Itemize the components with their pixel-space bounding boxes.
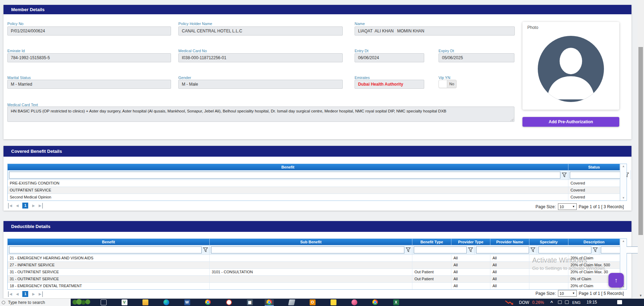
chrome-icon[interactable] bbox=[371, 299, 380, 306]
textarea-resize-grip[interactable] bbox=[511, 118, 514, 121]
column-header-status[interactable]: Status bbox=[568, 164, 620, 170]
excel-icon[interactable]: X bbox=[391, 299, 401, 306]
last-page-button[interactable]: ▶ bbox=[39, 291, 43, 297]
taskbar-search[interactable]: Type here to search bbox=[0, 299, 71, 306]
next-page-button[interactable]: ▶ bbox=[32, 291, 35, 297]
tray-network-icon[interactable] bbox=[565, 300, 569, 304]
clock-time[interactable]: 19:15 bbox=[587, 300, 597, 305]
chrome-active-icon[interactable] bbox=[265, 299, 274, 306]
column-header-sub-benefit[interactable]: Sub Benefit bbox=[210, 239, 412, 245]
outlook-icon[interactable]: O bbox=[308, 299, 317, 306]
covered-benefit-title: Covered Benefit Details bbox=[11, 149, 62, 154]
column-header-provider-name[interactable]: Provider Name bbox=[490, 239, 529, 245]
policy-holder-field[interactable]: CANAL CENTRAL HOTEL L.L.C bbox=[178, 26, 343, 36]
column-header-provider-type[interactable]: Provider Type bbox=[451, 239, 490, 245]
deductible-table-row[interactable]: 27 - INPATIENT SERVICE All All 20% of Cl… bbox=[8, 261, 620, 268]
snipping-tool-icon[interactable] bbox=[287, 299, 296, 306]
prev-page-button[interactable]: ◀ bbox=[16, 203, 19, 209]
scroll-up-icon[interactable]: ▲ bbox=[622, 165, 625, 168]
expiry-dt-field[interactable]: 05/06/2025 bbox=[439, 53, 514, 62]
deductible-table-row[interactable]: 31 - OUTPATIENT SERVICE 3101 - CONSULTAT… bbox=[8, 268, 620, 275]
task-view-icon[interactable] bbox=[99, 299, 108, 306]
benefit-cell: OUTPATIENT SERVICE bbox=[8, 187, 568, 194]
provider-type-filter-funnel-icon[interactable] bbox=[530, 247, 535, 252]
policy-no-field[interactable]: P/01/2024/000624 bbox=[7, 26, 171, 36]
file-explorer-icon[interactable] bbox=[141, 299, 150, 306]
benefit-filter-input[interactable] bbox=[9, 172, 560, 179]
v-app-icon[interactable]: V bbox=[120, 299, 129, 306]
deductible-table-row[interactable]: 21 - EMERGENCY HEARING AND VISION AIDS A… bbox=[8, 254, 620, 261]
last-page-button[interactable]: ▶ bbox=[39, 203, 43, 209]
provider-name-cell: All bbox=[490, 255, 529, 261]
first-page-button[interactable]: ◀ bbox=[8, 291, 12, 297]
current-page-button[interactable]: 1 bbox=[22, 291, 28, 297]
provider-name-filter-input[interactable] bbox=[538, 246, 591, 253]
add-pre-authorization-button[interactable]: Add Pre-Authorization bbox=[522, 117, 619, 127]
scroll-down-icon[interactable]: ▼ bbox=[639, 294, 642, 297]
deductible-table-row[interactable]: 31 - OUTPATIENT SERVICE Out Patient All … bbox=[8, 275, 620, 282]
marital-status-field[interactable]: M - Married bbox=[7, 80, 171, 89]
benefit-type-filter-input[interactable] bbox=[414, 246, 467, 253]
stock-down-arrow-icon[interactable] bbox=[505, 300, 514, 305]
medical-card-no-field[interactable]: I038-000-118712256-01 bbox=[178, 53, 343, 62]
page-size-select[interactable]: 10 ▼ bbox=[558, 203, 577, 210]
page-scrollbar-thumb[interactable] bbox=[638, 47, 643, 235]
tray-device-icon[interactable] bbox=[558, 300, 562, 304]
scroll-up-icon[interactable]: ▲ bbox=[622, 240, 625, 243]
benefit-filter-funnel-icon[interactable] bbox=[562, 172, 567, 178]
provider-name-filter-funnel-icon[interactable] bbox=[593, 247, 598, 252]
benefit-type-filter-funnel-icon[interactable] bbox=[468, 247, 473, 252]
column-header-benefit[interactable]: Benefit bbox=[8, 239, 210, 245]
edge-browser-icon[interactable] bbox=[162, 299, 171, 306]
stock-change[interactable]: 0.26% bbox=[532, 300, 544, 305]
calculator-icon[interactable]: ▦ bbox=[245, 299, 254, 306]
provider-type-filter-input[interactable] bbox=[476, 246, 529, 253]
covered-table-row[interactable]: OUTPATIENT SERVICE Covered bbox=[8, 187, 620, 194]
weather-widget-icon[interactable] bbox=[72, 299, 91, 306]
sub-benefit-filter-funnel-icon[interactable] bbox=[406, 247, 411, 252]
paint-icon[interactable] bbox=[350, 299, 359, 306]
emirates-label: Emirates bbox=[355, 76, 370, 80]
word-icon[interactable]: W bbox=[183, 299, 192, 306]
column-header-benefit[interactable]: Benefit bbox=[8, 164, 568, 170]
page-scrollbar[interactable]: ▼ bbox=[638, 0, 644, 299]
emirate-id-field[interactable]: 784-1992-1515835-5 bbox=[7, 53, 171, 62]
entry-dt-field[interactable]: 06/06/2024 bbox=[355, 53, 424, 62]
deductible-table-row[interactable]: 18 - EMERGENCY DENTAL TREATMENT All All … bbox=[8, 282, 620, 289]
benefit-filter-funnel-icon[interactable] bbox=[203, 247, 208, 252]
next-page-button[interactable]: ▶ bbox=[32, 203, 35, 209]
column-header-speciality[interactable]: Speciality bbox=[529, 239, 568, 245]
sub-benefit-filter-input[interactable] bbox=[211, 246, 404, 253]
gender-field[interactable]: M - Male bbox=[178, 80, 343, 89]
tray-expand-icon[interactable]: ^ bbox=[550, 300, 553, 305]
sub-benefit-cell bbox=[210, 262, 412, 268]
column-header-description[interactable]: Description bbox=[568, 239, 620, 245]
language-indicator[interactable]: ENG bbox=[572, 300, 581, 305]
stock-symbol[interactable]: DOW bbox=[519, 300, 529, 305]
name-field[interactable]: LIAQAT ALI KHAN MOMIN KHAN bbox=[355, 26, 515, 36]
emirates-field[interactable]: Dubai Health Authority bbox=[355, 80, 424, 89]
medical-card-no-label: Medical Card No bbox=[178, 49, 207, 53]
chrome-icon[interactable] bbox=[203, 299, 212, 306]
provider-name-cell: All bbox=[490, 283, 529, 289]
add-pre-authorization-label: Add Pre-Authorization bbox=[549, 119, 593, 124]
status-filter-input[interactable] bbox=[570, 172, 623, 179]
medical-card-text-area[interactable]: HN BASIC PLUS (OP restricted to clinics)… bbox=[7, 107, 514, 122]
scroll-down-icon[interactable]: ▼ bbox=[622, 197, 625, 199]
column-header-benefit-type[interactable]: Benefit Type bbox=[412, 239, 451, 245]
sticky-notes-icon[interactable] bbox=[329, 299, 338, 306]
covered-table-scrollbar[interactable]: ▲ ▼ bbox=[620, 164, 627, 201]
clock-app-icon[interactable] bbox=[224, 299, 233, 306]
action-center-icon[interactable] bbox=[617, 300, 622, 304]
benefit-filter-input[interactable] bbox=[9, 246, 202, 253]
member-details-header: Member Details bbox=[3, 5, 631, 14]
first-page-button[interactable]: ◀ bbox=[8, 203, 12, 209]
covered-table-row[interactable]: PRE-EXISTING CONDITION Covered bbox=[8, 180, 620, 187]
covered-table-row[interactable]: Second Medical Opinion Covered bbox=[8, 194, 620, 201]
page-size-select[interactable]: 10 ▼ bbox=[558, 290, 577, 297]
current-page-button[interactable]: 1 bbox=[22, 203, 28, 209]
speciality-cell bbox=[529, 262, 568, 268]
scroll-to-top-button[interactable]: ↑ bbox=[608, 273, 624, 288]
prev-page-button[interactable]: ◀ bbox=[16, 291, 19, 297]
vip-yn-toggle[interactable]: No bbox=[439, 80, 457, 88]
